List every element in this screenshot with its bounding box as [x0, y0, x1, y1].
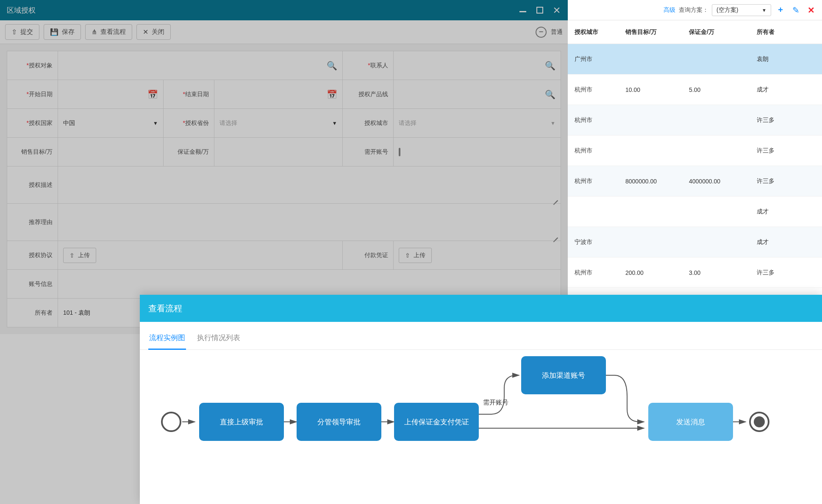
calendar-icon[interactable]: 📅 [327, 89, 337, 100]
lbl-city: 授权城市 [342, 109, 393, 138]
flow-node-3[interactable]: 上传保证金支付凭证 [394, 403, 479, 441]
cell-owner: 成才 [750, 208, 801, 216]
plan-value: (空方案) [716, 6, 738, 14]
field-auth-obj[interactable]: 🔍 [58, 51, 343, 80]
view-flow-button[interactable]: ⋔ 查看流程 [85, 24, 132, 40]
plan-delete-button[interactable]: ✕ [805, 4, 817, 16]
lbl-province: *授权省份 [164, 109, 214, 138]
flow-canvas: 直接上级审批 分管领导审批 上传保证金支付凭证 添加渠道账号 发送消息 需开账号 [140, 350, 822, 485]
close-icon[interactable] [553, 6, 561, 14]
cell-owner: 成才 [750, 238, 801, 246]
tab-diagram[interactable]: 流程实例图 [148, 329, 186, 350]
flow-node-4[interactable]: 添加渠道账号 [521, 356, 606, 394]
modal-toolbar: ⇧ 提交 💾 保存 ⋔ 查看流程 ✕ 关闭 − 普通 [0, 20, 568, 44]
modal-titlebar: 区域授权 [0, 0, 568, 20]
priority-label: 普通 [551, 28, 563, 36]
flow-end [749, 412, 769, 432]
x-icon: ✕ [143, 28, 148, 36]
caret-down-icon: ▼ [153, 120, 158, 126]
plan-add-button[interactable]: + [775, 4, 786, 16]
region-auth-modal: 区域授权 ⇧ 提交 💾 保存 ⋔ 查看流程 ✕ 关闭 − 普通 [0, 0, 568, 334]
lbl-end-date: *结束日期 [164, 80, 214, 109]
field-product-line[interactable]: 🔍 [393, 80, 561, 109]
plan-select[interactable]: (空方案) ▼ [712, 4, 771, 16]
field-desc[interactable] [58, 166, 561, 204]
save-button[interactable]: 💾 保存 [44, 24, 81, 40]
field-deposit[interactable] [214, 138, 343, 166]
field-payment: ⇧上传 [393, 241, 561, 270]
submit-label: 提交 [20, 28, 33, 36]
save-icon: 💾 [50, 28, 58, 36]
field-sales-target[interactable] [58, 138, 164, 166]
cell-city: 杭州市 [568, 177, 619, 185]
flow-node-1[interactable]: 直接上级审批 [199, 403, 284, 441]
field-contact[interactable]: 🔍 [393, 51, 561, 80]
caret-down-icon: ▼ [762, 8, 766, 13]
lbl-deposit: 保证金额/万 [164, 138, 214, 166]
cell-sales: 200.00 [619, 269, 682, 276]
field-reason[interactable] [58, 204, 561, 241]
priority-icon[interactable]: − [536, 27, 547, 38]
upload-agreement-button[interactable]: ⇧上传 [63, 248, 96, 263]
cell-owner: 许三多 [750, 269, 801, 277]
lbl-country: *授权国家 [7, 109, 58, 138]
cell-owner: 许三多 [750, 116, 801, 124]
checkbox[interactable] [399, 148, 400, 156]
resize-handle[interactable] [552, 195, 558, 201]
cell-deposit: 4000000.00 [682, 178, 750, 185]
resize-handle[interactable] [552, 232, 558, 238]
minimize-button[interactable] [519, 6, 527, 14]
col-deposit: 保证金/万 [682, 28, 750, 36]
col-city: 授权城市 [568, 28, 619, 36]
field-end-date[interactable]: 📅 [214, 80, 343, 109]
cell-deposit: 3.00 [682, 269, 750, 276]
flow-node-5[interactable]: 发送消息 [648, 403, 733, 441]
calendar-icon[interactable]: 📅 [147, 89, 158, 100]
cell-city: 广州市 [568, 55, 619, 63]
lbl-desc: 授权描述 [7, 166, 58, 204]
advanced-link[interactable]: 高级 [664, 6, 675, 14]
lbl-reason: 推荐理由 [7, 204, 58, 241]
cell-sales: 8000000.00 [619, 178, 682, 185]
cell-city: 杭州市 [568, 86, 619, 94]
view-flow-label: 查看流程 [100, 28, 126, 36]
field-province[interactable]: 请选择▼ [214, 109, 343, 138]
field-agreement: ⇧上传 [58, 241, 343, 270]
share-icon: ⋔ [92, 28, 97, 36]
cell-owner: 成才 [750, 86, 801, 94]
cell-owner: 许三多 [750, 177, 801, 185]
plan-edit-button[interactable]: ✎ [790, 4, 802, 16]
cell-city: 杭州市 [568, 269, 619, 277]
search-icon[interactable]: 🔍 [545, 89, 555, 100]
field-account-info[interactable] [58, 270, 561, 299]
caret-down-icon: ▼ [550, 120, 555, 126]
upload-icon: ⇧ [11, 28, 17, 36]
close-label: 关闭 [152, 28, 164, 36]
field-city[interactable]: 请选择▼ [393, 109, 561, 138]
cell-sales: 10.00 [619, 86, 682, 93]
tab-execution-list[interactable]: 执行情况列表 [196, 329, 241, 349]
submit-button[interactable]: ⇧ 提交 [5, 24, 39, 40]
form-area: *授权对象 🔍 *联系人 🔍 *开始日期 📅 *结束日期 📅 授权产品线 [0, 44, 568, 334]
flow-tabs: 流程实例图 执行情况列表 [140, 322, 822, 350]
field-country[interactable]: 中国▼ [58, 109, 164, 138]
cell-city: 杭州市 [568, 116, 619, 124]
flow-node-2[interactable]: 分管领导审批 [297, 403, 381, 441]
lbl-sales-target: 销售目标/万 [7, 138, 58, 166]
lbl-product-line: 授权产品线 [342, 80, 393, 109]
col-owner: 所有者 [750, 28, 801, 36]
upload-icon: ⇧ [405, 252, 410, 259]
cell-city: 杭州市 [568, 147, 619, 155]
search-icon[interactable]: 🔍 [327, 61, 337, 71]
lbl-contact: *联系人 [342, 51, 393, 80]
field-start-date[interactable]: 📅 [58, 80, 164, 109]
search-icon[interactable]: 🔍 [545, 61, 555, 71]
cell-city: 宁波市 [568, 238, 619, 246]
maximize-button[interactable] [536, 6, 544, 14]
lbl-auth-obj: *授权对象 [7, 51, 58, 80]
lbl-owner: 所有者 [7, 299, 58, 327]
upload-payment-button[interactable]: ⇧上传 [399, 248, 432, 263]
field-need-account[interactable] [393, 138, 561, 166]
lbl-need-account: 需开账号 [342, 138, 393, 166]
close-button[interactable]: ✕ 关闭 [136, 24, 171, 40]
